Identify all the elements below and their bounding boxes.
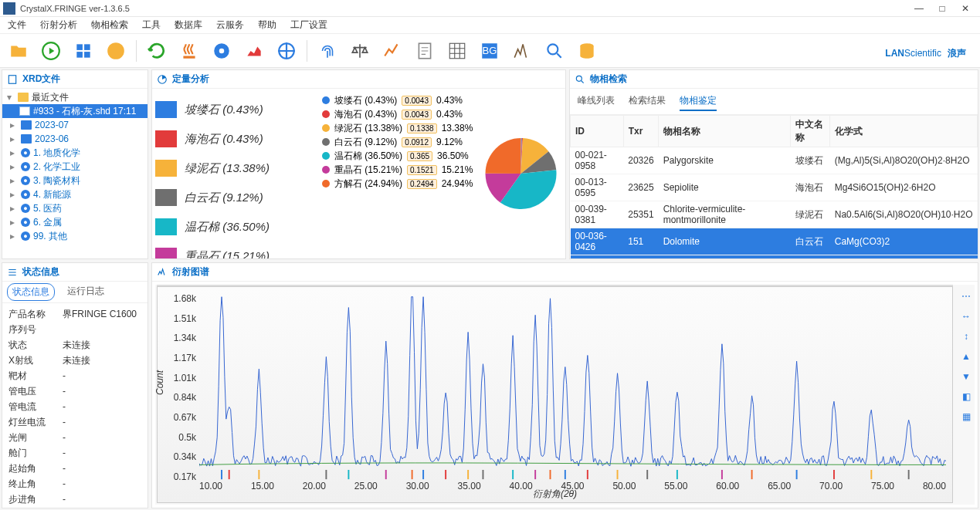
tab-status[interactable]: 状态信息 <box>7 283 55 301</box>
tool-expand-v-icon[interactable]: ↕ <box>959 329 973 343</box>
svg-rect-6 <box>183 56 195 58</box>
close-button[interactable]: ✕ <box>958 3 972 14</box>
radiation-icon[interactable] <box>103 39 128 63</box>
svg-point-5 <box>107 42 124 59</box>
menu-database[interactable]: 数据库 <box>175 19 202 32</box>
heat-icon[interactable] <box>177 39 202 63</box>
menu-cloud[interactable]: 云服务 <box>216 19 244 32</box>
refresh-icon[interactable] <box>144 39 169 63</box>
tree-root[interactable]: ▾最近文件 <box>2 90 148 104</box>
svg-text:BG: BG <box>483 45 497 56</box>
open-icon[interactable] <box>6 39 31 63</box>
search-tabs: 峰线列表 检索结果 物相鉴定 <box>570 89 978 115</box>
chart-icon[interactable] <box>242 39 266 63</box>
table-row[interactable]: 00-021-095820326Palygorskite坡缕石(Mg,Al)5(… <box>571 147 978 174</box>
file-tree[interactable]: ▾最近文件 #933 - 石棉-灰.shd 17:11 ▸2023-07 ▸20… <box>2 89 148 258</box>
tree-cat-0[interactable]: ▸●1. 地质化学 <box>2 146 148 160</box>
table-row[interactable]: 00-013-059523625Sepiolite海泡石Mg4Si6O15(OH… <box>571 174 978 201</box>
svg-rect-3 <box>76 52 83 58</box>
tree-month-0[interactable]: ▸2023-07 <box>2 118 148 132</box>
search-db-icon[interactable] <box>542 39 567 63</box>
table-row[interactable]: 00-025-064512738Chrysotile温石棉Mg3[Si2-xO5… <box>571 255 978 259</box>
status-list: 产品名称界FRINGE C1600序列号状态未连接X射线未连接靶材-管电压-管电… <box>2 303 148 508</box>
tool-grid-icon[interactable]: ▦ <box>959 410 973 424</box>
tree-cat-4[interactable]: ▸●5. 医药 <box>2 201 148 215</box>
brand-logo: LANScientific浪声 <box>885 41 966 61</box>
svg-rect-1 <box>76 44 83 50</box>
minimize-button[interactable]: — <box>912 3 926 14</box>
report-icon[interactable] <box>412 39 437 63</box>
pie-legend-small: 坡缕石 (0.43%)0.00430.43%海泡石 (0.43%)0.00430… <box>322 89 476 258</box>
diffraction-panel-title: 衍射图谱 <box>172 265 209 279</box>
tab-log[interactable]: 运行日志 <box>63 283 109 301</box>
pie-chart <box>476 89 565 258</box>
svg-rect-11 <box>449 43 465 59</box>
tree-month-1[interactable]: ▸2023-06 <box>2 132 148 146</box>
window-title: CrystalX.FRINGE ver-1.3.6.5 <box>20 4 912 13</box>
bg-icon[interactable]: BG <box>477 39 502 63</box>
svg-rect-4 <box>84 52 90 58</box>
svg-point-14 <box>548 44 558 54</box>
tab-peaks[interactable]: 峰线列表 <box>578 92 615 111</box>
tab-results[interactable]: 检索结果 <box>629 92 666 111</box>
tree-cat-1[interactable]: ▸●2. 化学工业 <box>2 160 148 174</box>
tree-cat-6[interactable]: ▸●99. 其他 <box>2 229 148 243</box>
svg-rect-2 <box>84 44 90 50</box>
toolbar: BG LANScientific浪声 <box>0 34 980 68</box>
fingerprint-icon[interactable] <box>315 39 340 63</box>
trend-icon[interactable] <box>380 39 405 63</box>
menu-bar: 文件 衍射分析 物相检索 工具 数据库 云服务 帮助 工厂设置 <box>0 17 980 34</box>
target-icon[interactable] <box>274 39 299 63</box>
tab-identify[interactable]: 物相鉴定 <box>680 92 717 111</box>
search-panel-title: 物相检索 <box>590 73 627 86</box>
chart-xlabel: 衍射角(2θ) <box>158 488 952 501</box>
quant-panel-title: 定量分析 <box>172 73 209 86</box>
chart-yaxis: 1.68k1.51k1.34k1.17k1.01k0.84k0.67k0.5k0… <box>162 293 196 482</box>
menu-help[interactable]: 帮助 <box>258 19 276 32</box>
tool-more-icon[interactable]: ⋯ <box>959 289 973 303</box>
phase-table[interactable]: IDTxr物相名称中文名称化学式 00-021-095820326Palygor… <box>570 115 978 258</box>
tool-down-icon[interactable]: ▼ <box>959 370 973 383</box>
tree-cat-3[interactable]: ▸●4. 新能源 <box>2 187 148 201</box>
play-icon[interactable] <box>39 39 63 63</box>
files-panel: XRD文件 ▾最近文件 #933 - 石棉-灰.shd 17:11 ▸2023-… <box>2 69 148 259</box>
quant-panel: 定量分析 坡缕石 (0.43%)海泡石 (0.43%)绿泥石 (13.38%)白… <box>151 69 566 259</box>
tree-file-selected[interactable]: #933 - 石棉-灰.shd 17:11 <box>2 104 148 118</box>
menu-factory[interactable]: 工厂设置 <box>290 19 327 32</box>
balance-icon[interactable] <box>348 39 372 63</box>
menu-tools[interactable]: 工具 <box>142 19 161 32</box>
diffraction-chart[interactable]: Count 1.68k1.51k1.34k1.17k1.01k0.84k0.67… <box>155 285 975 505</box>
table-row[interactable]: 00-039-038125351Chlorite-vermiculite-mon… <box>571 201 978 228</box>
svg-point-8 <box>219 48 225 53</box>
svg-point-18 <box>576 76 582 81</box>
status-panel: 状态信息 状态信息 运行日志 产品名称界FRINGE C1600序列号状态未连接… <box>2 262 148 508</box>
peaks-icon[interactable] <box>510 39 534 63</box>
tool-expand-h-icon[interactable]: ↔ <box>959 309 973 323</box>
tool-up-icon[interactable]: ▲ <box>959 350 973 363</box>
app-icon <box>3 2 15 15</box>
search-panel: 物相检索 峰线列表 检索结果 物相鉴定 IDTxr物相名称中文名称化学式 00-… <box>569 69 978 259</box>
status-panel-title: 状态信息 <box>22 265 59 279</box>
phase-legend: 坡缕石 (0.43%)海泡石 (0.43%)绿泥石 (13.38%)白云石 (9… <box>152 89 322 258</box>
menu-phase-search[interactable]: 物相检索 <box>91 19 128 32</box>
diffraction-panel: 衍射图谱 Count 1.68k1.51k1.34k1.17k1.01k0.84… <box>151 262 978 508</box>
files-panel-title: XRD文件 <box>22 73 60 86</box>
table-icon[interactable] <box>445 39 470 63</box>
grid-icon[interactable] <box>71 39 96 63</box>
menu-diffraction[interactable]: 衍射分析 <box>40 19 77 32</box>
chart-side-tools: ⋯ ↔ ↕ ▲ ▼ ◧ ▦ <box>959 289 973 424</box>
gear-icon[interactable] <box>209 39 234 63</box>
svg-rect-16 <box>8 75 15 83</box>
database-icon[interactable] <box>575 39 599 63</box>
maximize-button[interactable]: □ <box>935 3 949 14</box>
tree-cat-5[interactable]: ▸●6. 金属 <box>2 215 148 229</box>
title-bar: CrystalX.FRINGE ver-1.3.6.5 — □ ✕ <box>0 0 980 17</box>
table-row[interactable]: 00-036-0426151Dolomite白云石CaMg(CO3)2 <box>571 228 978 255</box>
tool-window-icon[interactable]: ◧ <box>959 390 973 404</box>
menu-file[interactable]: 文件 <box>8 19 26 32</box>
tree-cat-2[interactable]: ▸●3. 陶瓷材料 <box>2 174 148 187</box>
